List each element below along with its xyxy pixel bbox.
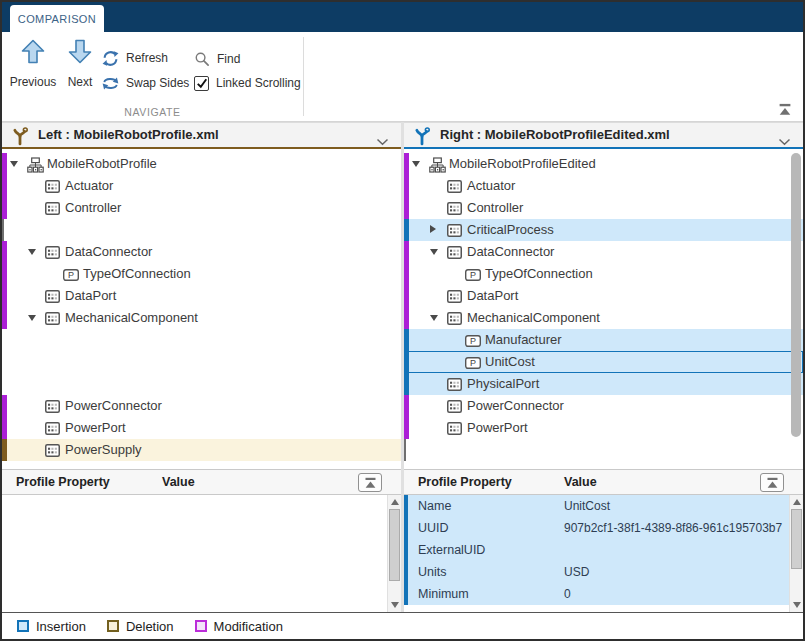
tree-item-criticalprocess[interactable]: CriticalProcess — [404, 219, 803, 241]
expander-open-icon[interactable] — [412, 161, 420, 167]
scroll-up-arrow[interactable] — [391, 499, 399, 505]
tree-item-powerconnector[interactable]: PowerConnector — [2, 395, 401, 417]
tree-item-mobilerobotprofileedited[interactable]: MobileRobotProfileEdited — [404, 153, 803, 175]
insertion-bar — [404, 517, 408, 539]
legend-label: Deletion — [126, 619, 174, 634]
tree-item-powersupply[interactable]: PowerSupply — [2, 439, 401, 461]
property-name: Units — [418, 565, 446, 579]
expander-open-icon[interactable] — [430, 315, 438, 321]
tree-item-controller[interactable]: Controller — [404, 197, 803, 219]
insertion-bar — [404, 351, 409, 373]
property-icon: P — [465, 355, 481, 373]
ribbon-toolbar: Previous Next Refresh — [2, 32, 803, 122]
tree-item-label: PowerPort — [467, 420, 528, 435]
refresh-button[interactable]: Refresh — [102, 48, 168, 68]
collapse-ribbon-button[interactable] — [775, 102, 795, 116]
expander-open-icon[interactable] — [28, 315, 36, 321]
tree-item-actuator[interactable]: Actuator — [404, 175, 803, 197]
insertion-bar — [404, 495, 408, 517]
tree-item-typeofconnection[interactable]: PTypeOfConnection — [2, 263, 401, 285]
profile-root-icon — [429, 157, 446, 177]
property-row-externaluid[interactable]: ExternalUID — [404, 539, 789, 561]
modification-bar — [2, 307, 7, 329]
tree-item-unitcost[interactable]: PUnitCost — [404, 351, 803, 373]
right-pane: Right : MobileRobotProfileEdited.xmlMobi… — [404, 122, 803, 612]
refresh-label: Refresh — [126, 51, 168, 65]
modification-bar — [2, 175, 7, 197]
linked-scrolling-checkbox[interactable] — [194, 76, 209, 91]
tree-item-powerport[interactable]: PowerPort — [404, 417, 803, 439]
tree-item-controller[interactable]: Controller — [2, 197, 401, 219]
scrollbar-thumb[interactable] — [389, 509, 400, 581]
stereotype-icon — [45, 179, 60, 197]
right-tree-scrollbar[interactable] — [790, 151, 802, 467]
property-row-minimum[interactable]: Minimum0 — [404, 583, 789, 605]
tree-item-empty — [404, 439, 803, 461]
tree-item-label: TypeOfConnection — [83, 266, 191, 281]
tree-item-empty — [2, 373, 401, 395]
expander-closed-icon[interactable] — [430, 225, 436, 233]
legend-item-modification: Modification — [195, 619, 283, 634]
insertion-bar — [404, 329, 409, 351]
tree-item-manufacturer[interactable]: PManufacturer — [404, 329, 803, 351]
property-row-units[interactable]: UnitsUSD — [404, 561, 789, 583]
tree-item-actuator[interactable]: Actuator — [2, 175, 401, 197]
tab-comparison[interactable]: COMPARISON — [10, 5, 104, 32]
next-button[interactable]: Next — [60, 38, 100, 114]
modification-bar — [2, 241, 7, 263]
left-property-scrollbar[interactable] — [387, 495, 401, 612]
tree-item-label: PhysicalPort — [467, 376, 539, 391]
insertion-bar — [404, 219, 409, 241]
tab-comparison-label: COMPARISON — [18, 13, 96, 25]
tree-item-label: Controller — [65, 200, 121, 215]
tree-item-mobilerobotprofile[interactable]: MobileRobotProfile — [2, 153, 401, 175]
property-row-name[interactable]: NameUnitCost — [404, 495, 789, 517]
modification-swatch — [195, 620, 207, 632]
expander-open-icon[interactable] — [28, 249, 36, 255]
scroll-up-arrow[interactable] — [793, 499, 801, 505]
tree-item-powerconnector[interactable]: PowerConnector — [404, 395, 803, 417]
property-name: UUID — [418, 521, 449, 535]
property-row-uuid[interactable]: UUID907b2cf1-38f1-4389-8f86-961c195703b7 — [404, 517, 789, 539]
scrollbar-thumb[interactable] — [791, 153, 801, 437]
tree-item-dataconnector[interactable]: DataConnector — [2, 241, 401, 263]
insertion-bar — [404, 539, 408, 561]
column-header-value: Value — [162, 475, 195, 489]
column-header-value: Value — [564, 475, 597, 489]
modification-bar — [2, 263, 7, 285]
find-button[interactable]: Find — [194, 49, 240, 69]
expander-open-icon[interactable] — [10, 161, 18, 167]
ribbon-section-divider — [303, 37, 304, 116]
tree-item-dataconnector[interactable]: DataConnector — [404, 241, 803, 263]
insertion-bar — [404, 373, 409, 395]
right-property-scrollbar[interactable] — [789, 495, 803, 612]
tree-item-label: DataPort — [467, 288, 518, 303]
scrollbar-thumb[interactable] — [791, 509, 802, 569]
insertion-swatch — [17, 620, 29, 632]
stereotype-icon — [45, 421, 60, 439]
expander-open-icon[interactable] — [430, 249, 438, 255]
swap-sides-button[interactable]: Swap Sides — [102, 73, 189, 93]
diff-marker-bar — [404, 439, 406, 461]
tree-item-physicalport[interactable]: PhysicalPort — [404, 373, 803, 395]
right-collapse-property-pane-button[interactable] — [760, 473, 784, 492]
previous-button[interactable]: Previous — [6, 38, 60, 114]
tree-item-label: PowerSupply — [65, 442, 142, 457]
scroll-down-arrow[interactable] — [793, 602, 801, 608]
modification-bar — [2, 417, 7, 439]
left-collapse-property-pane-button[interactable] — [358, 473, 382, 492]
diff-legend: InsertionDeletionModification — [2, 612, 803, 639]
linked-scrolling-toggle[interactable]: Linked Scrolling — [194, 73, 301, 93]
diff-marker-bar — [2, 219, 4, 241]
tree-item-mechanicalcomponent[interactable]: MechanicalComponent — [404, 307, 803, 329]
property-icon: P — [465, 333, 481, 351]
tree-item-mechanicalcomponent[interactable]: MechanicalComponent — [2, 307, 401, 329]
tree-item-powerport[interactable]: PowerPort — [2, 417, 401, 439]
stereotype-icon — [447, 421, 462, 439]
tree-item-dataport[interactable]: DataPort — [2, 285, 401, 307]
stereotype-icon — [447, 399, 462, 417]
tree-item-dataport[interactable]: DataPort — [404, 285, 803, 307]
tree-item-typeofconnection[interactable]: PTypeOfConnection — [404, 263, 803, 285]
scroll-down-arrow[interactable] — [391, 602, 399, 608]
modification-bar — [404, 197, 409, 219]
